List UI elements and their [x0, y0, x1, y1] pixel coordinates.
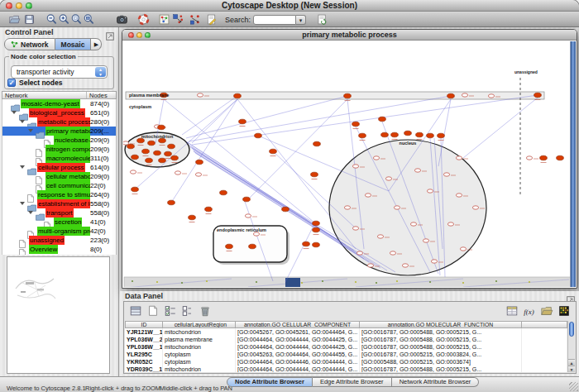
network-node[interactable] [171, 155, 179, 160]
data-panel-float-icon[interactable] [567, 293, 575, 301]
tree-row[interactable]: primary metabolic process209(... [2, 127, 116, 136]
network-node[interactable] [303, 241, 310, 246]
network-node[interactable] [427, 189, 433, 193]
network-node[interactable] [313, 141, 321, 146]
unselect-attributes-icon[interactable] [181, 304, 194, 318]
column-header[interactable]: _cellularLayoutRegion [163, 321, 236, 328]
node-color-select[interactable]: transporter activity [11, 65, 108, 79]
network-node[interactable] [142, 149, 150, 154]
table-row[interactable]: YJR121W__1mitochondrion[GO:0045267, GO:0… [125, 328, 567, 336]
network-node[interactable] [460, 247, 466, 251]
network-node[interactable] [123, 141, 129, 145]
network-node[interactable] [255, 133, 262, 138]
network-name[interactable]: macromolecule [45, 154, 90, 163]
zoom-out-icon[interactable] [45, 13, 58, 26]
disclosure-triangle-icon[interactable] [20, 202, 25, 205]
network-name[interactable]: cellular process [37, 163, 85, 172]
network-node[interactable] [243, 197, 251, 202]
help-icon[interactable] [137, 13, 150, 26]
network-node[interactable] [472, 206, 478, 209]
layout-arrange-icon[interactable] [189, 13, 201, 26]
network-node[interactable] [344, 206, 350, 209]
tree-row[interactable]: nitrogen compo209(0) [2, 145, 116, 154]
network-node[interactable] [158, 125, 165, 130]
network-node[interactable] [373, 156, 379, 160]
tree-column-network[interactable]: Network [2, 92, 87, 98]
network-node[interactable] [416, 132, 423, 137]
network-node[interactable] [205, 207, 213, 212]
reindex-icon[interactable] [316, 13, 328, 26]
network-name[interactable]: Overview [29, 245, 58, 254]
network-node[interactable] [159, 138, 166, 143]
search-input[interactable] [253, 15, 296, 25]
column-header[interactable]: annotation.GO MOLECULAR_FUNCTION [360, 321, 522, 328]
network-vertical-scrollbar[interactable] [570, 41, 576, 287]
network-node[interactable] [220, 190, 227, 195]
network-node[interactable] [540, 155, 548, 160]
network-name[interactable]: cell communicat [45, 181, 90, 190]
float-panel-icon[interactable] [106, 29, 114, 37]
network-node[interactable] [385, 177, 391, 180]
network-close-button[interactable] [128, 32, 134, 38]
tree-row[interactable]: cellular process614(0) [2, 163, 116, 172]
network-node[interactable] [344, 93, 352, 98]
network-node[interactable] [311, 172, 318, 177]
network-node[interactable] [359, 133, 366, 138]
search-dropdown-button[interactable] [296, 15, 306, 25]
tree-row[interactable]: response to stimulu264(0) [2, 190, 116, 199]
tab-edge-attribute-browser[interactable]: Edge Attribute Browser [313, 377, 392, 387]
network-node[interactable] [391, 132, 399, 137]
annotation-icon[interactable] [205, 13, 218, 26]
network-node[interactable] [438, 133, 445, 138]
network-node[interactable] [390, 251, 395, 255]
network-zoom-button[interactable] [145, 32, 151, 38]
network-window-titlebar[interactable]: primary metabolic process [122, 30, 577, 41]
layout-network-icon[interactable] [172, 13, 184, 26]
network-node[interactable] [379, 117, 386, 122]
close-button[interactable] [6, 2, 12, 9]
network-minimize-button[interactable] [136, 32, 142, 38]
tab-network[interactable]: Network [4, 38, 55, 50]
zoom-selected-icon[interactable] [70, 13, 83, 26]
table-row[interactable]: YPL036W__1mitochondrion[GO:0044464, GO:0… [125, 343, 567, 351]
network-name[interactable]: establishment of lo [37, 199, 90, 208]
column-header[interactable]: ID [125, 321, 163, 328]
tree-row[interactable]: transport558(0) [2, 208, 116, 218]
network-canvas[interactable]: plasma membranecytoplasmmitochondrionnuc… [123, 41, 570, 287]
network-node[interactable] [132, 187, 139, 192]
function-builder-icon[interactable]: f(x) [523, 304, 536, 318]
network-node[interactable] [352, 165, 358, 168]
minimize-button[interactable] [16, 2, 22, 9]
network-node[interactable] [365, 194, 371, 197]
network-node[interactable] [313, 242, 320, 247]
column-header[interactable]: annotation.GO CELLULAR_COMPONENT [236, 321, 360, 328]
network-node[interactable] [456, 194, 462, 197]
network-node[interactable] [234, 93, 242, 98]
network-node[interactable] [404, 131, 412, 136]
disclosure-triangle-icon[interactable] [20, 165, 25, 169]
tab-node-attribute-browser[interactable]: Node Attribute Browser [227, 377, 313, 387]
network-node[interactable] [402, 264, 408, 267]
network-node[interactable] [270, 149, 277, 154]
network-view-window[interactable]: primary metabolic process plasma membran… [122, 29, 577, 289]
disclosure-triangle-icon[interactable] [28, 129, 33, 132]
tree-row[interactable]: biological_process651(0) [2, 108, 116, 117]
table-row[interactable]: YLR295Ccytoplasm[GO:0045263, GO:0044464,… [125, 351, 567, 358]
network-node[interactable] [488, 94, 494, 98]
tree-row[interactable]: establishment of lo558(0) [2, 199, 116, 208]
network-node[interactable] [414, 169, 420, 172]
network-node[interactable] [195, 173, 201, 176]
network-node[interactable] [148, 141, 156, 146]
combo-stepper-icon[interactable] [95, 67, 106, 77]
column-header[interactable] [522, 321, 567, 328]
tree-row[interactable]: cell communicat22(0) [2, 181, 116, 190]
network-name[interactable]: mosaic-demo-yeast [21, 99, 80, 108]
scroll-up-arrow-icon[interactable]: ▲ [568, 359, 575, 366]
disclosure-triangle-icon[interactable] [20, 120, 25, 123]
tree-row[interactable]: mosaic-demo-yeast874(0) [2, 99, 116, 108]
new-attribute-icon[interactable] [146, 304, 160, 318]
table-rows-icon[interactable] [129, 304, 142, 318]
zoom-button[interactable] [26, 2, 32, 9]
network-node[interactable] [313, 221, 320, 226]
network-name[interactable]: nucleobase- [54, 136, 90, 145]
